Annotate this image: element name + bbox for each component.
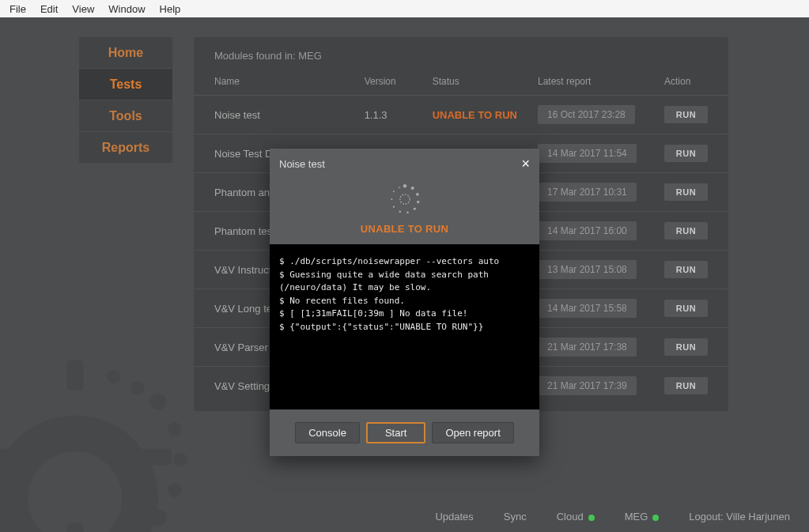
sidebar-item-label: Reports <box>102 141 149 155</box>
status-bar: Updates Sync Cloud MEG Logout: Ville Har… <box>435 511 790 523</box>
run-button[interactable]: RUN <box>664 338 708 356</box>
cell-version: 1.1.3 <box>344 96 412 134</box>
svg-point-2 <box>173 453 187 467</box>
svg-point-9 <box>130 381 145 395</box>
svg-point-10 <box>107 370 121 384</box>
date-chip[interactable]: 16 Oct 2017 23:28 <box>538 105 635 124</box>
gear-deco-icon <box>0 319 214 532</box>
footer-updates[interactable]: Updates <box>435 511 473 523</box>
col-report: Latest report <box>517 68 644 96</box>
date-chip[interactable]: 21 Mar 2017 17:38 <box>538 338 637 357</box>
sidebar-item-tools[interactable]: Tools <box>79 100 172 132</box>
svg-point-24 <box>392 191 394 192</box>
run-button[interactable]: RUN <box>664 222 708 240</box>
date-chip[interactable]: 14 Mar 2017 16:00 <box>538 221 637 240</box>
sidebar-item-home[interactable]: Home <box>79 37 172 69</box>
svg-point-17 <box>415 193 418 196</box>
svg-point-0 <box>150 394 167 410</box>
sidebar-item-reports[interactable]: Reports <box>79 132 172 164</box>
col-name: Name <box>194 68 344 96</box>
dot-icon <box>652 515 659 521</box>
close-icon[interactable]: × <box>521 157 530 171</box>
cell-name: Noise test <box>194 96 344 134</box>
run-button[interactable]: RUN <box>664 377 708 394</box>
date-chip[interactable]: 13 Mar 2017 15:08 <box>538 260 637 279</box>
svg-point-25 <box>399 187 400 188</box>
date-chip[interactable]: 14 Mar 2017 11:54 <box>538 144 637 163</box>
date-chip[interactable]: 17 Mar 2017 10:31 <box>538 183 637 202</box>
console-output[interactable]: $ ./db/scripts/noisewrapper --vectors au… <box>270 244 539 409</box>
run-button[interactable]: RUN <box>664 183 708 201</box>
svg-point-15 <box>403 184 406 187</box>
panel-title: Modules found in: MEG <box>194 37 728 68</box>
start-button[interactable]: Start <box>366 422 425 443</box>
cell-report: 16 Oct 2017 23:28 <box>517 96 644 134</box>
footer-logout[interactable]: Logout: Ville Harjunen <box>689 511 790 523</box>
col-action: Action <box>644 68 728 96</box>
svg-point-3 <box>168 483 182 497</box>
sidebar-item-label: Tests <box>110 77 142 92</box>
svg-rect-11 <box>67 360 84 391</box>
svg-rect-12 <box>67 523 84 532</box>
svg-point-18 <box>417 201 419 203</box>
footer-cloud[interactable]: Cloud <box>557 511 595 523</box>
svg-point-20 <box>406 211 409 213</box>
col-status: Status <box>412 68 517 96</box>
run-button[interactable]: RUN <box>664 145 708 162</box>
menu-view[interactable]: View <box>66 2 100 17</box>
table-row: Noise test1.1.3UNABLE TO RUN16 Oct 2017 … <box>194 96 728 134</box>
run-button[interactable]: RUN <box>664 261 708 278</box>
sidebar-item-label: Home <box>108 46 143 60</box>
menu-help[interactable]: Help <box>153 2 187 17</box>
console-button[interactable]: Console <box>295 422 360 443</box>
svg-point-16 <box>410 187 414 190</box>
modal-title: Noise test <box>279 158 325 170</box>
svg-point-21 <box>399 211 400 213</box>
menu-file[interactable]: File <box>3 2 32 17</box>
open-report-button[interactable]: Open report <box>432 422 513 443</box>
run-button[interactable]: RUN <box>664 106 708 123</box>
col-version: Version <box>344 68 412 96</box>
svg-point-26 <box>399 194 409 204</box>
svg-point-23 <box>391 198 392 200</box>
svg-point-19 <box>413 208 415 210</box>
cell-status: UNABLE TO RUN <box>412 96 517 134</box>
sidebar: Home Tests Tools Reports <box>79 37 172 164</box>
date-chip[interactable]: 14 Mar 2017 15:58 <box>538 299 637 318</box>
date-chip[interactable]: 21 Mar 2017 17:39 <box>538 376 637 395</box>
svg-rect-14 <box>142 449 172 466</box>
modal-status: UNABLE TO RUN <box>361 223 448 235</box>
menu-edit[interactable]: Edit <box>34 2 64 17</box>
test-modal: Noise test × UNABLE TO RUN $ ./db/script… <box>270 149 539 456</box>
menu-window[interactable]: Window <box>102 2 151 17</box>
dot-icon <box>588 515 595 521</box>
footer-meg[interactable]: MEG <box>625 511 660 523</box>
svg-rect-13 <box>0 449 9 466</box>
footer-sync[interactable]: Sync <box>504 511 527 523</box>
sidebar-item-tests[interactable]: Tests <box>79 69 172 100</box>
sidebar-item-label: Tools <box>109 109 142 123</box>
svg-point-1 <box>168 422 182 436</box>
menubar: File Edit View Window Help <box>0 0 809 17</box>
spinner-icon <box>387 182 422 217</box>
run-button[interactable]: RUN <box>664 300 708 317</box>
svg-point-22 <box>392 206 394 208</box>
